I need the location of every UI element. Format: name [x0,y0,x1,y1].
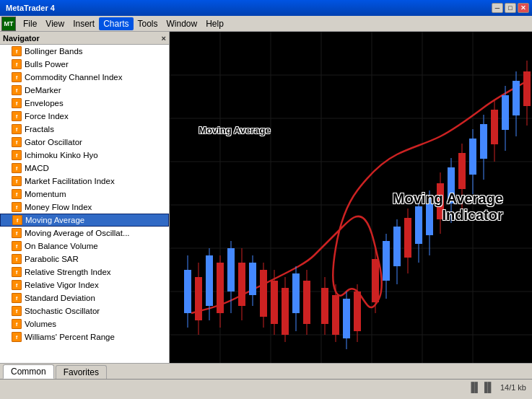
menu-bar: MT File View Insert Charts Tools Window … [0,16,532,32]
svg-rect-21 [217,263,224,313]
nav-item-label-18: Relative Vigor Index [25,281,99,289]
menu-help[interactable]: Help [201,17,228,30]
nav-item-icon-19: f [12,293,22,303]
navigator-list[interactable]: fBollinger BandsfBulls PowerfCommodity C… [0,45,169,363]
chart-label-indicator: Moving Average Indicator [393,190,503,224]
navigator-item-0[interactable]: fBollinger Bands [0,45,169,58]
app-logo: MT [1,17,16,31]
nav-item-label-15: On Balance Volume [25,242,98,250]
navigator-item-15[interactable]: fOn Balance Volume [0,240,169,253]
navigator-item-3[interactable]: fDeMarker [0,84,169,97]
navigator-item-7[interactable]: fGator Oscillator [0,136,169,149]
navigator-item-22[interactable]: fWilliams' Percent Range [0,330,169,343]
nav-item-label-17: Relative Strength Index [25,268,111,276]
nav-item-label-16: Parabolic SAR [25,255,79,263]
nav-item-icon-3: f [12,85,22,95]
nav-item-label-5: Force Index [25,112,69,120]
svg-rect-33 [282,288,289,335]
menu-window[interactable]: Window [162,17,202,30]
menu-file[interactable]: File [19,17,41,30]
close-button[interactable]: ✕ [518,3,529,13]
svg-rect-17 [195,277,202,320]
maximize-button[interactable]: □ [505,3,516,13]
nav-item-label-2: Commodity Channel Index [25,73,123,82]
svg-rect-39 [321,288,328,324]
nav-item-label-7: Gator Oscillator [25,138,82,146]
svg-rect-41 [332,295,339,335]
nav-item-label-4: Envelopes [25,99,64,108]
nav-item-label-3: DeMarker [25,86,61,95]
svg-rect-71 [502,95,509,130]
svg-rect-65 [469,139,476,175]
svg-rect-25 [238,263,245,306]
navigator-panel: Navigator × fBollinger BandsfBulls Power… [0,32,170,363]
navigator-item-21[interactable]: fVolumes [0,317,169,330]
nav-item-label-20: Stochastic Oscillator [25,307,100,315]
tab-favorites[interactable]: Favorites [56,365,107,379]
svg-rect-31 [271,281,278,324]
svg-rect-45 [354,291,361,331]
chart-label-moving-average: Moving Average [199,125,270,136]
navigator-item-13[interactable]: fMoving Average [0,214,169,227]
navigator-item-12[interactable]: fMoney Flow Index [0,201,169,214]
menu-charts[interactable]: Charts [99,17,133,30]
navigator-item-17[interactable]: fRelative Strength Index [0,266,169,279]
status-bar: ▐▌▐▌ 14/1 kb [0,379,532,395]
navigator-item-6[interactable]: fFractals [0,123,169,136]
navigator-item-20[interactable]: fStochastic Oscillator [0,304,169,317]
main-area: Navigator × fBollinger BandsfBulls Power… [0,32,532,363]
navigator-title-bar: Navigator × [0,32,169,45]
nav-item-label-6: Fractals [25,125,54,133]
nav-item-label-12: Money Flow Index [25,203,92,211]
nav-item-icon-4: f [12,98,22,108]
svg-rect-75 [523,71,531,106]
nav-item-icon-16: f [12,254,22,264]
svg-rect-35 [292,273,300,313]
nav-item-icon-11: f [12,189,22,199]
navigator-item-10[interactable]: fMarket Facilitation Index [0,175,169,188]
nav-item-icon-22: f [12,332,22,342]
title-bar: MetaTrader 4 ─ □ ✕ [0,0,532,16]
navigator-item-18[interactable]: fRelative Vigor Index [0,279,169,291]
navigator-item-11[interactable]: fMomentum [0,188,169,201]
svg-rect-63 [458,153,466,189]
status-info: 14/1 kb [500,383,526,392]
nav-item-icon-12: f [12,202,22,212]
navigator-item-19[interactable]: fStandard Deviation [0,291,169,304]
nav-item-label-1: Bulls Power [25,60,69,69]
svg-rect-49 [383,241,390,281]
svg-rect-51 [393,227,401,266]
nav-item-icon-14: f [12,228,22,238]
navigator-item-4[interactable]: fEnvelopes [0,97,169,110]
tab-common[interactable]: Common [3,364,54,379]
nav-item-icon-10: f [12,176,22,186]
nav-item-label-19: Standard Deviation [25,294,95,302]
svg-rect-73 [513,81,520,115]
nav-item-icon-13: f [12,215,22,225]
nav-item-label-9: MACD [25,164,49,172]
menu-insert[interactable]: Insert [69,17,99,30]
nav-item-icon-7: f [12,137,22,147]
svg-rect-29 [260,270,267,317]
nav-item-label-22: Williams' Percent Range [25,333,115,341]
svg-rect-43 [343,299,350,338]
nav-item-label-0: Bollinger Bands [25,47,83,56]
navigator-item-5[interactable]: fForce Index [0,110,169,123]
window-title: MetaTrader 4 [3,4,55,12]
navigator-item-8[interactable]: fIchimoku Kinko Hyo [0,149,169,162]
menu-view[interactable]: View [41,17,69,30]
svg-rect-19 [206,255,213,306]
nav-item-icon-21: f [12,319,22,329]
navigator-item-9[interactable]: fMACD [0,162,169,175]
navigator-item-1[interactable]: fBulls Power [0,58,169,71]
navigator-item-14[interactable]: fMoving Average of Oscillat... [0,227,169,240]
minimize-button[interactable]: ─ [492,3,503,13]
menu-tools[interactable]: Tools [134,17,162,30]
nav-item-label-21: Volumes [25,320,56,328]
navigator-close-button[interactable]: × [162,34,166,43]
nav-item-icon-15: f [12,241,22,251]
navigator-item-2[interactable]: fCommodity Channel Index [0,71,169,84]
nav-item-icon-9: f [12,163,22,173]
nav-item-label-13: Moving Average [25,216,84,224]
navigator-item-16[interactable]: fParabolic SAR [0,253,169,266]
